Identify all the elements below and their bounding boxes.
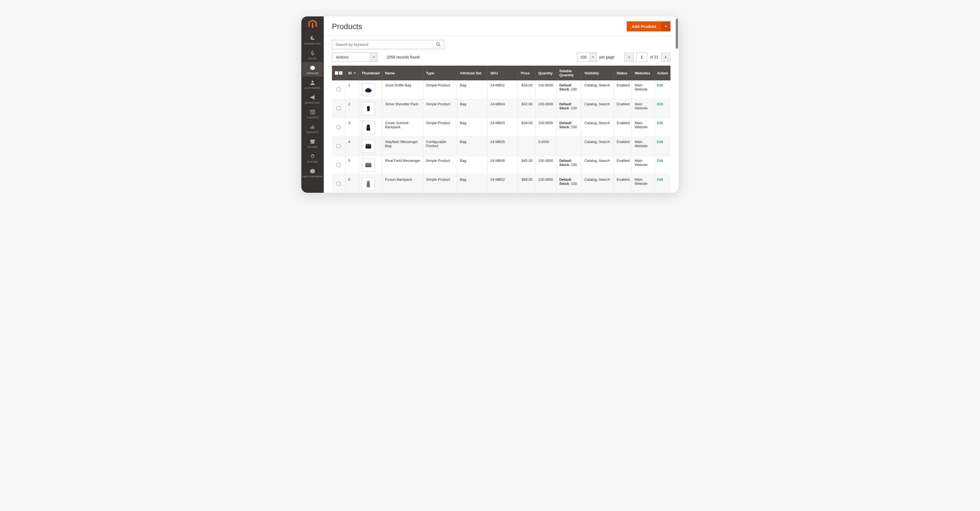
edit-link[interactable]: Edit [657, 121, 663, 125]
product-thumbnail[interactable] [362, 102, 375, 115]
cell-type: Configurable Product [423, 137, 457, 156]
cell-thumbnail [359, 175, 382, 193]
table-row[interactable]: 6Fusion BackpackSimple ProductBag24-MB02… [332, 175, 670, 193]
product-thumbnail[interactable] [362, 177, 375, 191]
dashboard-icon [310, 35, 315, 41]
sidebar-item-label: CATALOG [307, 72, 318, 75]
col-salable[interactable]: Salable Quantity [557, 65, 582, 80]
cell-price [518, 137, 535, 156]
sidebar-item-label: SALES [309, 57, 317, 60]
product-thumbnail[interactable] [362, 159, 375, 172]
col-thumbnail[interactable]: Thumbnail [359, 65, 382, 80]
bulk-actions-select[interactable]: Actions [332, 53, 377, 62]
prev-page-button[interactable] [624, 53, 633, 62]
search-input[interactable] [332, 42, 433, 47]
cell-status: Enabled [614, 80, 632, 99]
cell-sku: 24-MB01 [488, 80, 518, 99]
svg-rect-4 [366, 147, 371, 147]
col-select-all[interactable] [332, 65, 345, 80]
cell-quantity: 100.0000 [535, 175, 557, 193]
sidebar-item-label: FIND PARTNERS [302, 175, 323, 178]
sidebar-item-sales[interactable]: SALES [302, 47, 323, 62]
col-price[interactable]: Price [518, 65, 535, 80]
edit-link[interactable]: Edit [657, 102, 663, 106]
row-checkbox[interactable] [337, 144, 340, 148]
page-input[interactable] [636, 53, 647, 62]
edit-link[interactable]: Edit [657, 177, 663, 181]
row-checkbox[interactable] [337, 182, 340, 186]
table-row[interactable]: 1Joust Duffle BagSimple ProductBag24-MB0… [332, 80, 670, 99]
edit-link[interactable]: Edit [657, 159, 663, 163]
cell-sku: 24-MB06 [488, 156, 518, 175]
cell-type: Simple Product [423, 156, 457, 175]
row-checkbox[interactable] [337, 88, 340, 91]
sidebar-item-label: CUSTOMERS [304, 87, 321, 89]
cell-sku: 24-MB02 [488, 175, 518, 193]
product-thumbnail[interactable] [362, 83, 375, 96]
grid-controls: Actions 2058 records found 100 per page … [324, 49, 679, 65]
row-checkbox[interactable] [337, 107, 340, 110]
row-checkbox[interactable] [337, 163, 340, 167]
edit-link[interactable]: Edit [657, 83, 663, 87]
add-product-dropdown[interactable] [661, 21, 670, 32]
sidebar-item-catalog[interactable]: CATALOG [302, 62, 323, 77]
sidebar-item-customers[interactable]: CUSTOMERS [302, 77, 323, 92]
col-id[interactable]: ID [345, 65, 359, 80]
sidebar-item-system[interactable]: SYSTEM [302, 151, 323, 166]
col-type[interactable]: Type [423, 65, 457, 80]
sidebar-item-partners[interactable]: FIND PARTNERS [302, 166, 323, 180]
sidebar-item-dashboard[interactable]: DASHBOARD [302, 33, 323, 47]
cell-action: Edit [654, 156, 670, 175]
col-action[interactable]: Action [654, 65, 670, 80]
marketing-icon [310, 94, 315, 100]
cell-id: 3 [345, 118, 359, 137]
cell-status: Enabled [614, 118, 632, 137]
col-attribute-set[interactable]: Attribute Set [457, 65, 488, 80]
add-product-button-group: Add Product [627, 21, 670, 32]
sidebar-item-content[interactable]: CONTENT [302, 107, 323, 121]
col-sku[interactable]: SKU [488, 65, 518, 80]
cell-name: Strive Shoulder Pack [382, 99, 423, 118]
cell-websites: Main Website [632, 80, 654, 99]
magento-logo[interactable] [307, 19, 318, 30]
sidebar-item-stores[interactable]: STORES [302, 136, 323, 151]
table-row[interactable]: 4Wayfarer Messenger BagConfigurable Prod… [332, 137, 670, 156]
search-icon[interactable] [433, 42, 444, 47]
sidebar-item-reports[interactable]: REPORTS [302, 121, 323, 136]
scrollbar-thumb[interactable] [676, 19, 678, 49]
col-websites[interactable]: Websites [632, 65, 654, 80]
page-of-label: of 21 [650, 55, 659, 59]
table-row[interactable]: 3Crown Summit BackpackSimple ProductBag2… [332, 118, 670, 137]
cell-quantity: 100.0000 [535, 118, 557, 137]
cell-visibility: Catalog, Search [582, 99, 614, 118]
table-row[interactable]: 5Rival Field MessengerSimple ProductBag2… [332, 156, 670, 175]
product-thumbnail[interactable] [362, 121, 375, 134]
cell-websites: Main Website [632, 99, 654, 118]
select-all-checkbox[interactable] [335, 71, 339, 75]
select-all-dropdown[interactable] [339, 72, 342, 75]
cell-thumbnail [359, 118, 382, 137]
cell-quantity: 100.0000 [535, 80, 557, 99]
col-status[interactable]: Status [614, 65, 632, 80]
col-quantity[interactable]: Quantity [535, 65, 557, 80]
cell-action: Edit [654, 118, 670, 137]
next-page-button[interactable] [661, 53, 670, 62]
cell-id: 5 [345, 156, 359, 175]
per-page-select[interactable]: 100 [577, 53, 597, 62]
cell-type: Simple Product [423, 80, 457, 99]
cell-thumbnail [359, 80, 382, 99]
table-row[interactable]: 2Strive Shoulder PackSimple ProductBag24… [332, 99, 670, 118]
sort-desc-icon [353, 71, 356, 75]
edit-link[interactable]: Edit [657, 140, 663, 144]
cell-attribute-set: Bag [457, 118, 488, 137]
product-thumbnail[interactable] [362, 140, 375, 153]
col-visibility[interactable]: Visibility [582, 65, 614, 80]
cell-thumbnail [359, 99, 382, 118]
add-product-button[interactable]: Add Product [627, 21, 661, 32]
sidebar-item-marketing[interactable]: MARKETING [302, 92, 323, 107]
row-checkbox[interactable] [337, 125, 340, 129]
products-table: ID Thumbnail Name Type Attribute Set SKU… [332, 65, 670, 193]
page-header: Products Add Product [324, 16, 679, 36]
col-name[interactable]: Name [382, 65, 423, 80]
svg-rect-2 [367, 127, 369, 129]
